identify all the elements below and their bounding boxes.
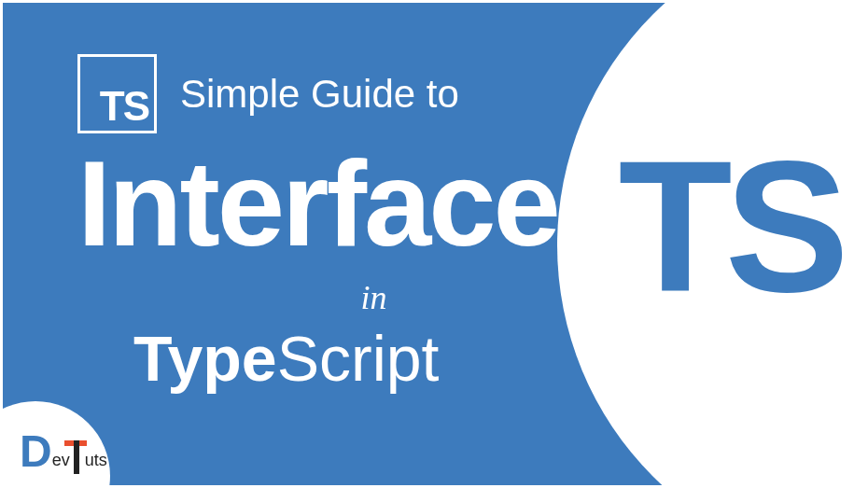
logo-letter-d: D xyxy=(20,429,52,474)
typescript-big-logo: TS xyxy=(618,133,842,320)
content-area: TS Simple Guide to Interface in TypeScri… xyxy=(77,54,558,395)
main-title: Interface xyxy=(77,143,558,264)
promo-banner: TS TS Simple Guide to Interface in TypeS… xyxy=(3,3,865,485)
header-row: TS Simple Guide to xyxy=(77,54,558,133)
logo-letter-t-icon xyxy=(68,435,85,474)
subtitle-text: Simple Guide to xyxy=(180,72,459,117)
typescript-wordmark: TypeScript xyxy=(133,322,558,395)
brand-bold-part: Type xyxy=(133,323,277,394)
typescript-badge-icon: TS xyxy=(77,54,157,133)
devtuts-logo: D ev uts xyxy=(20,429,107,474)
brand-light-part: Script xyxy=(277,323,440,394)
badge-text: TS xyxy=(100,86,148,127)
connector-text: in xyxy=(189,278,558,317)
logo-text-uts: uts xyxy=(85,451,107,470)
